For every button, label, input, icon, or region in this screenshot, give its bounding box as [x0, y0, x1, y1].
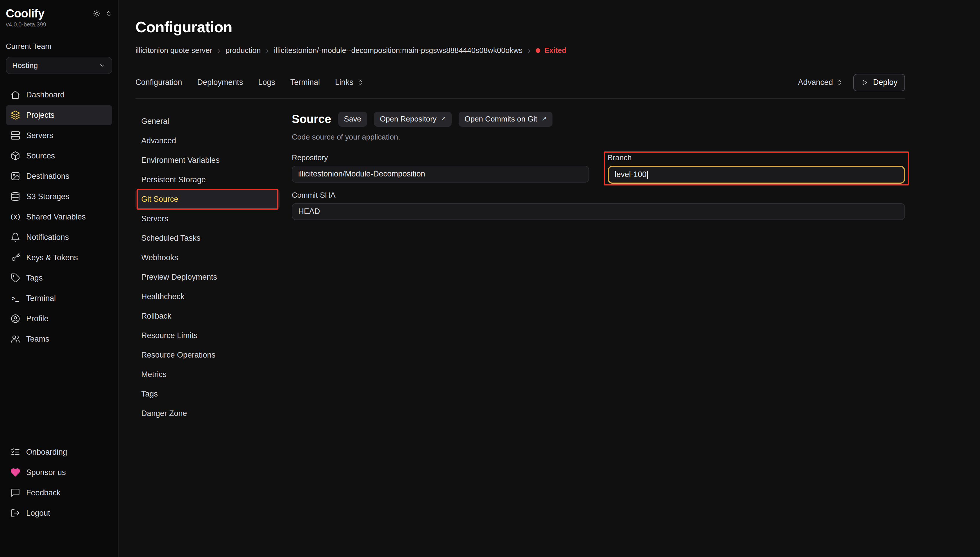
subnav-item-rollback[interactable]: Rollback	[135, 306, 280, 326]
sidebar-item-label: Notifications	[26, 233, 69, 242]
repository-input[interactable]: illicitestonion/Module-Decomposition	[292, 166, 589, 182]
tab-deployments[interactable]: Deployments	[197, 78, 243, 87]
breadcrumb: illicitonion quote server › production ›…	[135, 46, 905, 55]
open-commits-button[interactable]: Open Commits on Git ↗	[458, 112, 552, 127]
terminal-icon: >_	[10, 293, 20, 303]
checklist-icon	[10, 447, 20, 457]
sidebar-item-shared-variables[interactable]: (x) Shared Variables	[6, 207, 112, 227]
page-title: Configuration	[135, 18, 905, 36]
status-dot-icon	[536, 48, 540, 53]
tab-label: Configuration	[135, 78, 182, 87]
repository-label: Repository	[292, 153, 589, 162]
destinations-icon	[10, 171, 20, 181]
subnav-item-persistent-storage[interactable]: Persistent Storage	[135, 170, 280, 189]
sidebar-item-logout[interactable]: Logout	[6, 503, 112, 523]
sidebar-item-servers[interactable]: Servers	[6, 125, 112, 146]
variables-icon: (x)	[10, 212, 20, 222]
subnav-item-healthcheck[interactable]: Healthcheck	[135, 287, 280, 306]
sidebar-item-projects[interactable]: Projects	[6, 105, 112, 125]
subnav-label: Resource Operations	[141, 350, 215, 360]
sidebar-item-label: Onboarding	[26, 448, 67, 457]
sidebar-item-onboarding[interactable]: Onboarding	[6, 442, 112, 462]
sidebar-item-label: Destinations	[26, 172, 70, 181]
app-logo[interactable]: Coolify	[6, 7, 44, 20]
subnav-label: Persistent Storage	[141, 175, 206, 184]
branch-input[interactable]: level-100	[608, 166, 905, 184]
sidebar-item-label: Keys & Tokens	[26, 253, 78, 262]
sidebar-item-teams[interactable]: Teams	[6, 329, 112, 349]
sidebar-item-terminal[interactable]: >_ Terminal	[6, 288, 112, 308]
subnav-item-advanced[interactable]: Advanced	[135, 131, 280, 151]
tab-configuration[interactable]: Configuration	[135, 78, 182, 87]
subnav-label: Resource Limits	[141, 331, 198, 340]
current-team-label: Current Team	[6, 42, 112, 51]
commit-sha-input[interactable]: HEAD	[292, 203, 905, 220]
subnav-label: Advanced	[141, 136, 176, 145]
sidebar-item-keys-tokens[interactable]: Keys & Tokens	[6, 248, 112, 268]
subnav-item-environment-variables[interactable]: Environment Variables	[135, 151, 280, 170]
sidebar-item-tags[interactable]: Tags	[6, 268, 112, 288]
commit-sha-field: Commit SHA HEAD	[292, 191, 905, 220]
tab-links[interactable]: Links	[335, 78, 364, 87]
commit-sha-value: HEAD	[298, 207, 320, 216]
open-commits-label: Open Commits on Git	[465, 114, 537, 124]
chevron-down-icon	[99, 62, 106, 69]
subnav-item-scheduled-tasks[interactable]: Scheduled Tasks	[135, 228, 280, 248]
tab-bar: Configuration Deployments Logs Terminal …	[135, 74, 905, 91]
subnav-item-preview-deployments[interactable]: Preview Deployments	[135, 267, 280, 287]
heart-icon	[10, 467, 20, 477]
breadcrumb-application[interactable]: illicitestonion/-module--decomposition:m…	[274, 46, 523, 55]
server-icon	[10, 130, 20, 140]
subnav-label: General	[141, 117, 169, 126]
subnav-item-git-source[interactable]: Git Source	[135, 189, 280, 209]
save-button[interactable]: Save	[338, 112, 367, 127]
sidebar-item-feedback[interactable]: Feedback	[6, 482, 112, 503]
repository-value: illicitestonion/Module-Decomposition	[298, 169, 425, 179]
breadcrumb-project[interactable]: illicitonion quote server	[135, 46, 212, 55]
database-icon	[10, 192, 20, 202]
sidebar-item-label: Sponsor us	[26, 468, 66, 477]
commit-sha-label: Commit SHA	[292, 191, 905, 200]
subnav-item-servers[interactable]: Servers	[135, 209, 280, 228]
sidebar-item-sources[interactable]: Sources	[6, 146, 112, 166]
team-select[interactable]: Hosting	[6, 57, 112, 74]
open-repository-button[interactable]: Open Repository ↗	[374, 112, 452, 127]
chevron-right-icon: ›	[266, 46, 268, 55]
sidebar-item-notifications[interactable]: Notifications	[6, 227, 112, 248]
tab-label: Terminal	[290, 78, 320, 87]
tab-logs[interactable]: Logs	[258, 78, 275, 87]
subnav-item-webhooks[interactable]: Webhooks	[135, 248, 280, 267]
sidebar-item-label: Logout	[26, 509, 50, 518]
chevrons-up-down-icon[interactable]	[105, 10, 112, 17]
sidebar-item-s3-storages[interactable]: S3 Storages	[6, 186, 112, 207]
theme-toggle-sun-icon[interactable]	[93, 10, 101, 18]
branch-field: Branch level-100	[608, 153, 905, 184]
panel-title: Source	[292, 112, 331, 125]
deploy-button[interactable]: Deploy	[853, 74, 905, 91]
advanced-dropdown[interactable]: Advanced	[798, 78, 843, 87]
tab-terminal[interactable]: Terminal	[290, 78, 320, 87]
tab-label: Logs	[258, 78, 275, 87]
subnav-item-danger-zone[interactable]: Danger Zone	[135, 404, 280, 423]
chevrons-up-down-icon	[357, 79, 364, 86]
tab-label: Deployments	[197, 78, 243, 87]
sidebar-item-label: Feedback	[26, 489, 61, 497]
subnav-item-resource-limits[interactable]: Resource Limits	[135, 326, 280, 345]
subnav-label: Metrics	[141, 370, 167, 379]
subnav-item-tags[interactable]: Tags	[135, 384, 280, 404]
subnav-label: Servers	[141, 214, 168, 223]
breadcrumb-environment[interactable]: production	[226, 46, 261, 55]
sidebar-item-dashboard[interactable]: Dashboard	[6, 85, 112, 105]
sidebar-item-destinations[interactable]: Destinations	[6, 166, 112, 186]
subnav-label: Tags	[141, 389, 158, 399]
sidebar-item-sponsor[interactable]: Sponsor us	[6, 462, 112, 482]
profile-icon	[10, 314, 20, 324]
main-content: Configuration illicitonion quote server …	[119, 0, 980, 557]
subnav-item-metrics[interactable]: Metrics	[135, 365, 280, 384]
sidebar-item-label: Sources	[26, 151, 55, 160]
subnav-item-resource-operations[interactable]: Resource Operations	[135, 345, 280, 365]
branch-value: level-100	[615, 170, 647, 179]
subnav-item-general[interactable]: General	[135, 112, 280, 131]
sidebar-item-profile[interactable]: Profile	[6, 308, 112, 329]
tag-icon	[10, 273, 20, 283]
